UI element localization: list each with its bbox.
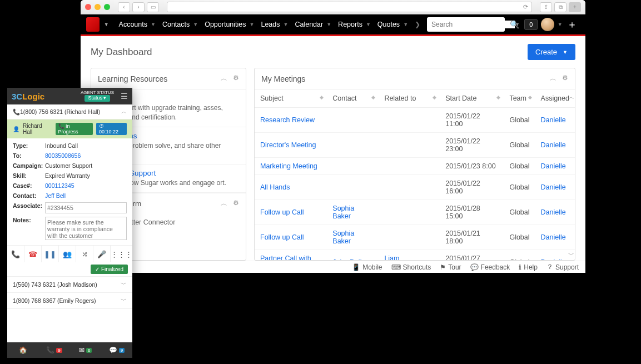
column-header[interactable]: Contact◆ <box>327 89 379 108</box>
mute-button[interactable]: 🎤 <box>93 246 111 262</box>
subject-cell[interactable]: Follow up Call <box>255 225 327 250</box>
menu-accounts[interactable]: Accounts▼ <box>117 21 158 28</box>
contact-cell[interactable]: Sophia Baker <box>327 225 379 250</box>
active-call-header[interactable]: 📞 1(800) 756 6321 (Richard Hall) ︿ <box>7 104 132 119</box>
search-input[interactable] <box>431 21 515 28</box>
search-icon[interactable]: 🔍 <box>507 16 522 33</box>
subject-cell[interactable]: All Hands <box>255 175 327 200</box>
menu-opportunities[interactable]: Opportunities▼ <box>202 21 256 28</box>
back-button[interactable]: ‹ <box>118 2 130 12</box>
subject-cell[interactable]: Partner Call with B... <box>255 250 327 261</box>
finalized-badge[interactable]: ✓ Finalized <box>91 265 128 274</box>
table-row[interactable]: Director's Meeting2015/01/22 23:00Global… <box>255 133 575 158</box>
footer-shortcuts[interactable]: ⌨Shortcuts <box>391 263 431 271</box>
transfer-button[interactable]: ⤭ <box>76 246 93 262</box>
footer-feedback[interactable]: 💬Feedback <box>470 263 510 271</box>
scroll-indicator[interactable]: ︿ ﹀ <box>568 93 574 259</box>
minimize-window-icon[interactable] <box>95 4 101 10</box>
zoom-window-icon[interactable] <box>104 4 110 10</box>
hold-button[interactable]: ❚❚ <box>42 246 59 262</box>
calls-tab[interactable]: 📞9 <box>38 346 69 354</box>
collapse-icon[interactable]: ︿ <box>550 74 556 83</box>
global-search[interactable]: ▼ <box>427 17 505 32</box>
reload-icon[interactable]: ⟳ <box>523 3 528 11</box>
hangup-button[interactable]: ☎ <box>24 246 42 262</box>
related-cell[interactable] <box>379 108 440 133</box>
menu-icon[interactable]: ☰ <box>121 92 128 101</box>
contact-cell[interactable] <box>327 175 379 200</box>
related-cell[interactable] <box>379 133 440 158</box>
collapse-icon[interactable]: ︿ <box>221 74 227 83</box>
home-tab[interactable]: 🏠 <box>7 346 38 354</box>
answer-button[interactable]: 📞 <box>7 246 24 262</box>
close-window-icon[interactable] <box>85 4 91 10</box>
field-value-link[interactable]: 80035008656 <box>45 152 127 159</box>
contact-cell[interactable] <box>327 158 379 175</box>
url-bar[interactable]: ⟳ <box>167 2 532 12</box>
column-header[interactable]: Subject◆ <box>255 89 327 108</box>
collapse-icon[interactable]: ︿ <box>221 199 227 208</box>
menu-contacts[interactable]: Contacts▼ <box>160 21 200 28</box>
field-value-link[interactable]: 000112345 <box>45 182 127 189</box>
menu-more[interactable]: ❯ <box>413 21 423 28</box>
table-row[interactable]: Research Review2015/01/22 11:00GlobalDan… <box>255 108 575 133</box>
chat-tab[interactable]: 💬9 <box>101 346 132 354</box>
menu-reports[interactable]: Reports▼ <box>336 21 373 28</box>
tabs-button[interactable]: ⧉ <box>554 2 567 12</box>
footer-mobile[interactable]: 📱Mobile <box>352 263 382 271</box>
table-row[interactable]: Partner Call with B...John DellLiam Hend… <box>255 250 575 261</box>
contact-cell[interactable]: Sophia Baker <box>327 200 379 225</box>
table-row[interactable]: Follow up CallSophia Baker2015/01/21 18:… <box>255 225 575 250</box>
contact-cell[interactable] <box>327 108 379 133</box>
new-tab-button[interactable]: + <box>569 2 581 12</box>
subject-cell[interactable]: Director's Meeting <box>255 133 327 158</box>
sidebar-toggle[interactable]: ▭ <box>147 2 159 12</box>
field-value-link[interactable]: Jeff Bell <box>45 192 127 199</box>
queued-call[interactable]: 1(560) 743 6321 (Josh Madison)﹀ <box>7 277 132 293</box>
call-details: Type:Inbound Call To:80035008656 Campaig… <box>7 138 132 245</box>
footer-help[interactable]: ℹHelp <box>519 263 538 271</box>
mail-tab[interactable]: ✉6 <box>70 346 101 354</box>
table-row[interactable]: All Hands2015/01/22 16:00GlobalDanielle <box>255 175 575 200</box>
contact-cell[interactable]: John Dell <box>327 250 379 261</box>
table-row[interactable]: Follow up CallSophia Baker2015/01/28 15:… <box>255 200 575 225</box>
menu-leads[interactable]: Leads▼ <box>259 21 290 28</box>
scroll-up-icon[interactable]: ︿ <box>568 93 574 101</box>
gear-icon[interactable]: ⚙ <box>233 74 239 83</box>
scroll-down-icon[interactable]: ﹀ <box>568 251 574 259</box>
column-header[interactable]: Related to◆ <box>379 89 440 108</box>
related-cell[interactable] <box>379 225 440 250</box>
keypad-button[interactable]: ⋮⋮⋮ <box>111 246 132 262</box>
subject-cell[interactable]: Follow up Call <box>255 200 327 225</box>
user-menu[interactable] <box>540 16 555 33</box>
related-cell[interactable]: Liam Henderson <box>379 250 440 261</box>
menu-calendar[interactable]: Calendar▼ <box>292 21 334 28</box>
gear-icon[interactable]: ⚙ <box>233 199 239 208</box>
related-cell[interactable] <box>379 175 440 200</box>
queued-call[interactable]: 1(800) 768 6367 (Emily Rogers)﹀ <box>7 293 132 309</box>
notification-count[interactable]: 0 <box>524 19 538 30</box>
footer-support[interactable]: ？Support <box>546 262 579 272</box>
column-header[interactable]: Start Date◆ <box>440 89 504 108</box>
table-row[interactable]: Marketing Meeting2015/01/23 8:00GlobalDa… <box>255 158 575 175</box>
column-header[interactable]: Team◆ <box>504 89 535 108</box>
chevron-down-icon[interactable]: ▼ <box>558 22 563 27</box>
notes-textarea[interactable] <box>45 217 127 240</box>
create-button[interactable]: Create ▼ <box>528 44 575 60</box>
related-cell[interactable] <box>379 200 440 225</box>
menu-quotes[interactable]: Quotes▼ <box>375 21 410 28</box>
forward-button[interactable]: › <box>132 2 145 12</box>
associate-input[interactable] <box>45 202 127 213</box>
contact-cell[interactable] <box>327 133 379 158</box>
subject-cell[interactable]: Research Review <box>255 108 327 133</box>
share-button[interactable]: ⇪ <box>540 2 552 12</box>
app-logo[interactable] <box>86 17 100 32</box>
agent-status[interactable]: AGENT STATUS Status ▾ <box>81 91 114 102</box>
footer-tour[interactable]: ⚑Tour <box>440 263 461 271</box>
logo-dropdown-icon[interactable]: ▼ <box>104 22 109 27</box>
subject-cell[interactable]: Marketing Meeting <box>255 158 327 175</box>
quick-create-icon[interactable]: ＋ <box>565 16 580 33</box>
gear-icon[interactable]: ⚙ <box>562 74 568 83</box>
conference-button[interactable]: 👥 <box>59 246 76 262</box>
related-cell[interactable] <box>379 158 440 175</box>
